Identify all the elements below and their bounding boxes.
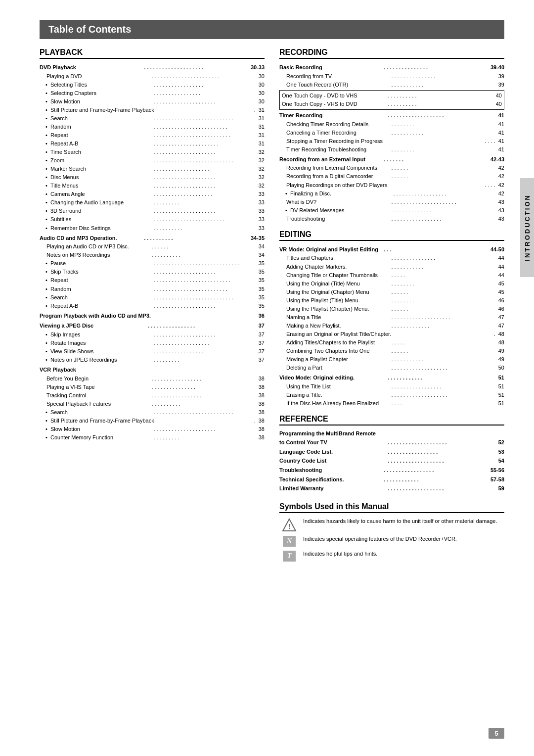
editing-section: Editing VR Mode: Original and Playlist E… <box>279 230 504 408</box>
camera-angle-entry: Camera Angle . . . . . . . . . . . . . .… <box>40 190 265 198</box>
basic-recording-group: Basic Recording . . . . . . . . . . . . … <box>279 63 504 110</box>
playback-section: Playback DVD Playback . . . . . . . . . … <box>40 48 265 442</box>
repeat-ab-entry: Repeat A-B . . . . . . . . . . . . . . .… <box>40 140 265 148</box>
section-tab: INTRODUCTION <box>520 178 534 277</box>
dvd-playback-page: 30-33 <box>251 63 265 72</box>
reference-header: Reference <box>279 415 504 425</box>
timer-recording-label: Timer Recording <box>279 111 387 120</box>
recording-header: Recording <box>279 48 504 59</box>
vr-mode-pages: 44-50 <box>490 245 504 254</box>
3d-surround-entry: 3D Surround . . . . . . . . . . . . . . … <box>40 207 265 215</box>
reference-group: Programming the MultiBrand Remote to Con… <box>279 429 504 493</box>
repeat-entry: Repeat . . . . . . . . . . . . . . . . .… <box>40 131 265 140</box>
external-input-group: Recording from an External Input . . . .… <box>279 155 504 223</box>
vr-mode-group: VR Mode: Original and Playlist Editing .… <box>279 245 504 372</box>
page-number-badge: 5 <box>489 728 504 739</box>
vcr-playback-group: VCR Playback Before You Begin . . . . . … <box>40 365 265 442</box>
program-playback-page: 36 <box>259 311 265 321</box>
selecting-titles-entry: Selecting Titles . . . . . . . . . . . .… <box>40 81 265 89</box>
subtitles-entry: Subtitles . . . . . . . . . . . . . . . … <box>40 215 265 224</box>
vcr-playback-label: VCR Playback <box>40 365 265 375</box>
tip-text: Indicates helpful tips and hints. <box>303 551 504 557</box>
dvd-playback-label: DVD Playback <box>40 63 143 72</box>
selecting-chapters-entry: Selecting Chapters . . . . . . . . . . .… <box>40 89 265 97</box>
dvd-playback-group: DVD Playback . . . . . . . . . . . . . .… <box>40 63 265 233</box>
jpeg-page: 37 <box>259 321 265 331</box>
audio-mp3-page: 34-35 <box>251 234 265 243</box>
symbol-note-row: N Indicates special operating features o… <box>279 536 504 547</box>
jpeg-disc-group: Viewing a JPEG Disc . . . . . . . . . . … <box>40 321 265 364</box>
symbols-section: Symbols Used in this Manual ! Indicates … <box>279 502 504 562</box>
reference-section: Reference Programming the MultiBrand Rem… <box>279 415 504 493</box>
audio-language-entry: Changing the Audio Language . . . . . . … <box>40 198 265 207</box>
left-column: Playback DVD Playback . . . . . . . . . … <box>40 48 265 566</box>
page: INTRODUCTION Table of Contents Playback … <box>0 0 534 756</box>
program-playback-label: Program Playback with Audio CD and MP3. <box>40 311 257 321</box>
basic-recording-pages: 39-40 <box>490 63 504 72</box>
external-input-label: Recording from an External Input <box>279 155 383 164</box>
symbol-tip-row: T Indicates helpful tips and hints. <box>279 551 504 562</box>
recording-section: Recording Basic Recording . . . . . . . … <box>279 48 504 223</box>
svg-text:!: ! <box>288 522 291 530</box>
section-tab-label: INTRODUCTION <box>524 194 531 261</box>
external-input-pages: 42-43 <box>490 155 504 164</box>
timer-recording-group: Timer Recording . . . . . . . . . . . . … <box>279 111 504 154</box>
warning-text: Indicates hazards likely to cause harm t… <box>303 518 504 524</box>
playback-header: Playback <box>40 48 265 59</box>
warning-icon: ! <box>279 518 299 532</box>
video-mode-label: Video Mode: Original editing. <box>279 373 387 382</box>
symbol-warning-row: ! Indicates hazards likely to cause harm… <box>279 518 504 532</box>
note-text: Indicates special operating features of … <box>303 536 504 542</box>
timer-recording-pages: 41 <box>498 111 504 120</box>
jpeg-label: Viewing a JPEG Disc <box>40 321 147 331</box>
video-mode-pages: 51 <box>498 373 504 382</box>
zoom-entry: Zoom . . . . . . . . . . . . . . . . . .… <box>40 156 265 165</box>
marker-search-entry: Marker Search . . . . . . . . . . . . . … <box>40 165 265 173</box>
still-picture-entry: Still Picture and Frame-by-Frame Playbac… <box>40 106 265 114</box>
video-mode-group: Video Mode: Original editing. . . . . . … <box>279 373 504 408</box>
page-title: Table of Contents <box>40 20 504 39</box>
slow-motion-entry: Slow Motion . . . . . . . . . . . . . . … <box>40 97 265 106</box>
basic-recording-label: Basic Recording <box>279 63 383 72</box>
dvd-playback-entry: DVD Playback . . . . . . . . . . . . . .… <box>40 63 265 72</box>
playing-dvd-entry: Playing a DVD . . . . . . . . . . . . . … <box>40 72 265 81</box>
random-entry: Random . . . . . . . . . . . . . . . . .… <box>40 123 265 131</box>
tip-icon: T <box>279 551 299 562</box>
search-entry: Search . . . . . . . . . . . . . . . . .… <box>40 114 265 123</box>
content-columns: Playback DVD Playback . . . . . . . . . … <box>40 48 504 566</box>
audio-mp3-label: Audio CD and MP3 Operation. <box>40 234 143 243</box>
otr-copy-box: One Touch Copy - DVD to VHS . . . . . . … <box>279 90 504 110</box>
right-column: Recording Basic Recording . . . . . . . … <box>279 48 504 566</box>
title-menus-entry: Title Menus . . . . . . . . . . . . . . … <box>40 182 265 190</box>
audio-mp3-entry: Audio CD and MP3 Operation. . . . . . . … <box>40 234 265 243</box>
vr-mode-label: VR Mode: Original and Playlist Editing <box>279 245 383 254</box>
remember-disc-entry: Remember Disc Settings . . . . . . . . .… <box>40 224 265 233</box>
time-search-entry: Time Search . . . . . . . . . . . . . . … <box>40 148 265 156</box>
symbols-title: Symbols Used in this Manual <box>279 502 504 513</box>
note-icon: N <box>279 536 299 547</box>
disc-menus-entry: Disc Menus . . . . . . . . . . . . . . .… <box>40 173 265 182</box>
audio-mp3-group: Audio CD and MP3 Operation. . . . . . . … <box>40 234 265 310</box>
editing-header: Editing <box>279 230 504 241</box>
program-playback-group: Program Playback with Audio CD and MP3. … <box>40 311 265 321</box>
